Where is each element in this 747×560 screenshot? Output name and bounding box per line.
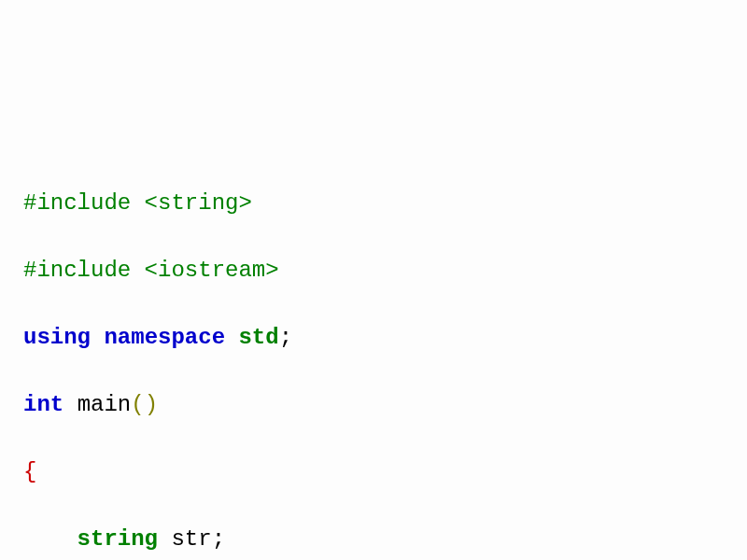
identifier-main: main [78,392,132,417]
code-line-6: string str; [23,523,724,556]
preprocessor-include: #include <string> [23,190,252,216]
brace-open: { [23,459,36,484]
code-line-3: using namespace std; [23,321,724,355]
code-line-5: { [23,455,724,489]
code-line-1: #include <string> [23,187,724,220]
code-line-4: int main() [23,388,724,422]
keyword-namespace: namespace [104,325,225,350]
keyword-using: using [23,325,91,350]
keyword-string: string [78,526,158,552]
code-block: #include <string> #include <iostream> us… [23,153,724,560]
keyword-int: int [23,392,63,417]
code-line-2: #include <iostream> [23,254,724,287]
parentheses: () [131,392,158,417]
identifier-std: std [238,325,278,350]
preprocessor-include: #include <iostream> [23,258,279,283]
identifier-str: str [171,526,211,552]
